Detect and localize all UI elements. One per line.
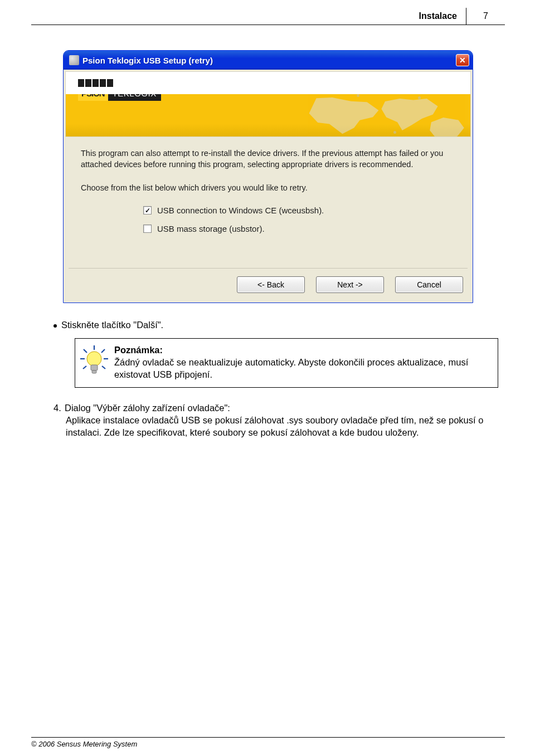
dialog-paragraph-1: This program can also attempt to re-inst… — [81, 148, 455, 170]
dialog-buttons: <- Back Next -> Cancel — [69, 268, 468, 301]
bullet-item: Stiskněte tlačítko "Další". — [54, 320, 505, 330]
bullet-text: Stiskněte tlačítko "Další". — [61, 320, 163, 330]
step-4-title: Dialog "Výběr zálohy zařízení ovladače": — [65, 403, 230, 413]
dialog-paragraph-2: Choose from the list below which drivers… — [81, 183, 455, 192]
dialog-window: Psion Teklogix USB Setup (retry) ✕ PSION — [63, 50, 473, 303]
world-map-decoration — [301, 94, 463, 136]
bullet-icon — [54, 324, 57, 328]
checkbox-row-2[interactable]: USB mass storage (usbstor). — [143, 224, 455, 233]
checkbox-2[interactable] — [143, 225, 152, 233]
close-icon: ✕ — [459, 56, 466, 64]
note-text: Žádný ovladač se neaktualizuje automatic… — [114, 357, 468, 379]
svg-rect-8 — [91, 365, 98, 370]
checkbox-row-1[interactable]: ✓ USB connection to Windows CE (wceusbsh… — [143, 206, 455, 215]
cancel-button[interactable]: Cancel — [395, 276, 463, 293]
step-4-number: 4. — [54, 402, 65, 414]
screenshot: Psion Teklogix USB Setup (retry) ✕ PSION — [31, 50, 505, 303]
svg-line-5 — [83, 366, 86, 369]
section-title: Instalace — [414, 8, 466, 25]
step-4: 4.Dialog "Výběr zálohy zařízení ovladače… — [54, 402, 505, 438]
psion-teklogix-logo — [78, 79, 113, 87]
checkbox-1-label: USB connection to Windows CE (wceusbsh). — [157, 206, 324, 215]
copyright: © 2006 Sensus Metering System — [31, 740, 137, 748]
note-title: Poznámka: — [114, 345, 163, 355]
svg-point-7 — [87, 352, 101, 366]
checkbox-2-label: USB mass storage (usbstor). — [157, 224, 265, 233]
svg-line-2 — [101, 349, 105, 353]
svg-line-6 — [102, 366, 105, 369]
dialog-content: This program can also attempt to re-inst… — [65, 137, 471, 248]
step-4-body: Aplikace instalace ovladačů USB se pokus… — [66, 414, 505, 439]
note-box: Poznámka: Žádný ovladač se neaktualizuje… — [75, 338, 498, 388]
footer: © 2006 Sensus Metering System — [31, 737, 505, 748]
app-icon — [69, 55, 79, 65]
banner: PSION TEKLOGIX — [65, 71, 471, 137]
window-title: Psion Teklogix USB Setup (retry) — [82, 56, 456, 65]
logo-teklogix-text: TEKLOGIX — [108, 94, 161, 101]
checkbox-1[interactable]: ✓ — [143, 206, 152, 214]
titlebar[interactable]: Psion Teklogix USB Setup (retry) ✕ — [64, 51, 473, 70]
next-button[interactable]: Next -> — [316, 276, 384, 293]
back-button[interactable]: <- Back — [237, 276, 305, 293]
logo-psion-text: PSION — [78, 94, 108, 101]
page-number: 7 — [466, 8, 505, 25]
close-button[interactable]: ✕ — [456, 54, 469, 66]
page-header: Instalace 7 — [31, 8, 505, 26]
lightbulb-icon — [78, 344, 110, 377]
svg-line-1 — [84, 349, 87, 353]
svg-rect-9 — [92, 370, 96, 373]
